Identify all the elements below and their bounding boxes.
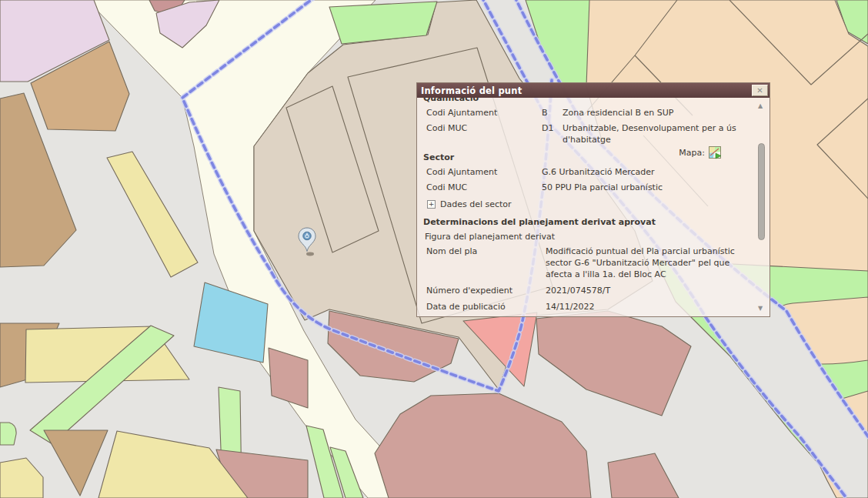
subheading-figura: Figura del planejament derivat: [425, 231, 751, 242]
expander-dades-del-sector[interactable]: + Dades del sector: [427, 199, 751, 210]
field-value: 2021/074578/T: [546, 285, 751, 296]
field-label: Codi Ajuntament: [426, 107, 542, 119]
expander-label: Dades del sector: [440, 199, 512, 210]
field-value: 50 PPU Pla parcial urbanístic: [542, 182, 751, 193]
field-code: D1: [542, 122, 563, 145]
field-row: Codi Ajuntament B Zona residencial B en …: [426, 107, 751, 119]
field-label: Codi Ajuntament: [426, 166, 542, 178]
field-value: Modificació puntual del Pla parcial urba…: [546, 246, 751, 280]
dialog-body: Qualificació Codi Ajuntament B Zona resi…: [417, 98, 770, 316]
field-row: Nom del pla Modificació puntual del Pla …: [426, 246, 751, 280]
dialog-title: Informació del punt: [421, 85, 522, 96]
expand-plus-icon: +: [427, 200, 436, 209]
close-icon: ✕: [756, 86, 763, 95]
scrollbar-thumb[interactable]: [758, 143, 765, 240]
field-label: Nom del pla: [426, 246, 546, 280]
field-value: Zona residencial B en SUP: [563, 107, 751, 119]
mapa-link: Mapa:: [679, 146, 722, 159]
dialog-content: Qualificació Codi Ajuntament B Zona resi…: [426, 98, 751, 316]
field-label: Codi MUC: [426, 182, 542, 193]
field-row: Codi MUC D1 Urbanitzable, Desenvolupamen…: [426, 122, 751, 145]
map-thumbnail-icon[interactable]: [709, 146, 722, 159]
field-row: Número d'expedient 2021/074578/T: [426, 285, 751, 296]
close-button[interactable]: ✕: [752, 85, 768, 96]
map-viewer-stage: Informació del punt ✕ Qualificació Codi …: [0, 0, 868, 498]
field-value: G.6 Urbanització Mercader: [542, 166, 751, 178]
field-row: Data de publicació 14/11/2022: [426, 301, 751, 313]
field-label: Data de publicació: [426, 301, 546, 313]
mapa-label: Mapa:: [679, 148, 705, 158]
dialog-scrollbar[interactable]: ▲ ▼: [756, 99, 768, 315]
dialog-titlebar[interactable]: Informació del punt ✕: [417, 83, 770, 98]
field-label: Número d'expedient: [426, 285, 546, 296]
field-code: B: [542, 107, 563, 119]
field-row: Codi Ajuntament G.6 Urbanització Mercade…: [426, 166, 751, 178]
scroll-down-icon[interactable]: ▼: [758, 305, 763, 313]
info-dialog: Informació del punt ✕ Qualificació Codi …: [416, 82, 770, 317]
section-heading-determinacions: Determinacions del planejament derivat a…: [423, 216, 751, 228]
field-value: Urbanitzable, Desenvolupament per a ús d…: [563, 122, 751, 145]
field-label: Codi MUC: [426, 122, 542, 145]
field-row: Codi MUC 50 PPU Pla parcial urbanístic: [426, 182, 751, 193]
field-value: 14/11/2022: [546, 301, 751, 313]
section-heading-qualificacio: Qualificació: [423, 98, 751, 104]
scroll-up-icon[interactable]: ▲: [758, 102, 763, 110]
